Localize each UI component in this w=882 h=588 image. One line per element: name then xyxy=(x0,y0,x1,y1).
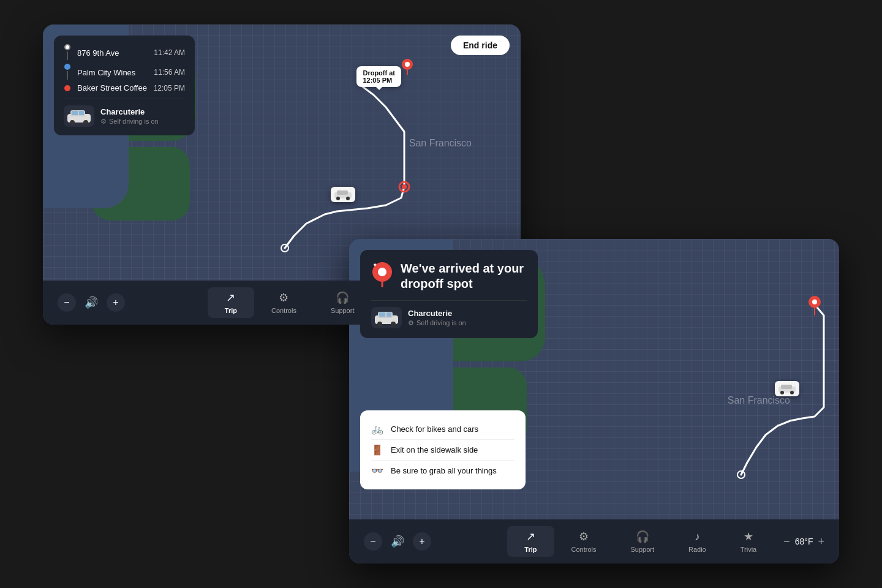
tab-support-icon-2: 🎧 xyxy=(636,530,649,543)
stop-dot-3 xyxy=(64,85,70,91)
svg-point-31 xyxy=(391,322,396,326)
tab-support-2[interactable]: 🎧 Support xyxy=(613,526,671,557)
safety-text-2: Exit on the sidewalk side xyxy=(391,445,478,454)
svg-point-12 xyxy=(70,120,75,125)
safety-text-3: Be sure to grab all your things xyxy=(391,466,497,475)
car-thumbnail xyxy=(64,105,94,127)
trip-info-panel: 876 9th Ave 11:42 AM Palm City Wines 11:… xyxy=(54,36,195,135)
temp-down-button[interactable]: − xyxy=(783,535,790,548)
svg-point-8 xyxy=(336,197,340,200)
car-marker-1 xyxy=(331,187,355,202)
arrival-self-driving: ⚙ Self driving is on xyxy=(408,319,466,327)
tab-trip-icon-2: ↗ xyxy=(526,530,535,543)
temperature-value: 68°F xyxy=(795,537,813,546)
tab-trip-label-1: Trip xyxy=(225,307,237,314)
arrival-car-thumbnail xyxy=(371,307,402,328)
safety-item-1: 🚲 Check for bikes and cars xyxy=(371,419,514,440)
arrival-pin-icon: ✦ xyxy=(371,261,393,290)
arrival-panel: ✦ We've arrived at your dropoff spot xyxy=(360,250,538,338)
arrival-car-name: Charcuterie xyxy=(408,309,466,318)
volume-down-button-2[interactable]: − xyxy=(364,532,382,551)
tab-support-label-2: Support xyxy=(630,546,654,553)
stop-time-3: 12:05 PM xyxy=(154,84,185,92)
volume-icon-1: 🔊 xyxy=(85,296,98,309)
svg-rect-14 xyxy=(72,111,78,115)
svg-rect-33 xyxy=(386,312,391,317)
svg-rect-21 xyxy=(781,385,792,389)
safety-item-2: 🚪 Exit on the sidewalk side xyxy=(371,440,514,461)
volume-controls-1: − 🔊 + xyxy=(58,293,125,312)
tab-trip-icon-1: ↗ xyxy=(226,291,235,304)
tab-radio-2[interactable]: ♪ Radio xyxy=(671,527,723,557)
end-ride-button[interactable]: End ride xyxy=(451,36,510,55)
volume-down-button-1[interactable]: − xyxy=(58,293,76,312)
exit-icon: 🚪 xyxy=(371,444,383,456)
safety-item-3: 👓 Be sure to grab all your things xyxy=(371,461,514,481)
tab-support-icon-1: 🎧 xyxy=(336,291,349,304)
tab-controls-label-1: Controls xyxy=(271,307,296,314)
svg-point-18 xyxy=(812,300,817,304)
svg-point-30 xyxy=(377,322,382,326)
stop-time-2: 11:56 AM xyxy=(154,68,185,77)
map-city-label-2: San Francisco xyxy=(728,395,790,406)
self-driving-icon-2: ⚙ xyxy=(408,319,414,327)
arrival-header: ✦ We've arrived at your dropoff spot xyxy=(371,261,527,292)
car-name-1: Charcuterie xyxy=(100,107,159,116)
tab-trivia-label-2: Trivia xyxy=(741,546,756,553)
volume-up-button-2[interactable]: + xyxy=(413,532,431,551)
svg-rect-32 xyxy=(379,312,385,317)
temp-up-button[interactable]: + xyxy=(818,535,824,548)
tab-radio-label-2: Radio xyxy=(688,546,706,553)
tab-controls-label-2: Controls xyxy=(571,546,597,553)
tab-trivia-icon-2: ★ xyxy=(744,530,753,543)
tab-controls-icon-1: ⚙ xyxy=(279,291,288,304)
svg-point-22 xyxy=(780,391,784,394)
svg-point-2 xyxy=(402,184,407,189)
svg-rect-7 xyxy=(337,190,348,195)
map-city-label-1: San Francisco xyxy=(409,138,472,149)
car-info-row: Charcuterie ⚙ Self driving is on xyxy=(64,99,185,127)
tab-controls-1[interactable]: ⚙ Controls xyxy=(254,287,314,318)
self-driving-icon-1: ⚙ xyxy=(100,118,107,126)
dropoff-tooltip: Dropoff at12:05 PM xyxy=(356,66,401,87)
screens-container: San Francisco 876 9th Ave 11:42 AM xyxy=(43,24,839,564)
belongings-icon: 👓 xyxy=(371,465,383,477)
tab-trip-1[interactable]: ↗ Trip xyxy=(208,287,254,318)
tab-radio-icon-2: ♪ xyxy=(695,530,700,543)
svg-rect-15 xyxy=(79,111,84,115)
volume-icon-2: 🔊 xyxy=(391,535,404,548)
arrival-car-row: Charcuterie ⚙ Self driving is on xyxy=(371,300,527,328)
svg-point-13 xyxy=(83,120,88,125)
tab-trip-2[interactable]: ↗ Trip xyxy=(507,526,554,557)
stop-dot-1 xyxy=(64,44,70,50)
tab-trivia-2[interactable]: ★ Trivia xyxy=(723,526,774,557)
tab-support-label-1: Support xyxy=(331,307,355,314)
tab-trip-label-2: Trip xyxy=(524,546,537,553)
svg-point-9 xyxy=(346,197,350,200)
stop-time-1: 11:42 AM xyxy=(154,48,185,57)
tab-controls-icon-2: ⚙ xyxy=(579,530,589,543)
car-marker-2 xyxy=(775,381,799,396)
safety-panel: 🚲 Check for bikes and cars 🚪 Exit on the… xyxy=(360,410,526,489)
volume-up-button-1[interactable]: + xyxy=(107,293,125,312)
svg-point-26 xyxy=(378,268,386,276)
arrival-title-text: We've arrived at your dropoff spot xyxy=(401,261,527,292)
bikes-cars-icon: 🚲 xyxy=(371,423,383,435)
stop-name-1: 876 9th Ave xyxy=(77,48,148,58)
nav-tabs-2: ↗ Trip ⚙ Controls 🎧 Support ♪ Radio ★ xyxy=(507,526,774,557)
svg-point-23 xyxy=(790,391,794,394)
svg-text:✦: ✦ xyxy=(372,262,377,268)
safety-text-1: Check for bikes and cars xyxy=(391,424,478,434)
bottom-bar-2: − 🔊 + ↗ Trip ⚙ Controls 🎧 Support ♪ xyxy=(349,519,839,564)
stop-name-2: Palm City Wines xyxy=(77,68,148,77)
self-driving-badge-1: ⚙ Self driving is on xyxy=(100,118,159,126)
tab-controls-2[interactable]: ⚙ Controls xyxy=(554,526,614,557)
stop-dot-2 xyxy=(64,64,70,70)
screen2: San Francisco ✦ We've arrived at your dr… xyxy=(349,239,839,564)
svg-point-5 xyxy=(405,62,410,67)
destination-pin xyxy=(401,58,413,78)
temperature-display: − 68°F + xyxy=(783,535,824,548)
volume-controls-2: − 🔊 + xyxy=(364,532,431,551)
stop-name-3: Baker Street Coffee xyxy=(77,83,148,92)
